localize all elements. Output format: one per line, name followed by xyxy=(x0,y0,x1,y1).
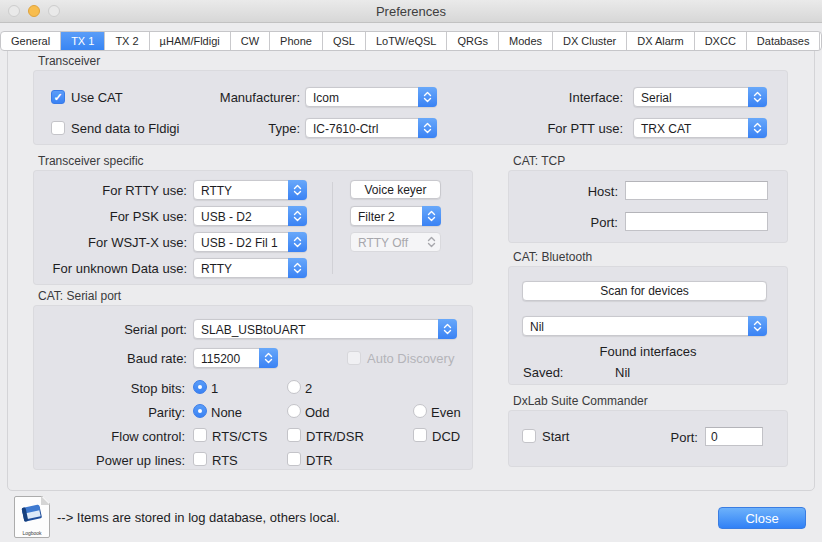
dxlab-port-input[interactable] xyxy=(705,427,763,446)
popup-arrows-icon xyxy=(748,316,767,336)
flow-control-label: Flow control: xyxy=(25,429,185,444)
tab-bar: General TX 1 TX 2 µHAM/Fldigi CW Phone Q… xyxy=(0,31,822,51)
tab-phone[interactable]: Phone xyxy=(269,32,322,50)
transceiver-section-title: Transceiver xyxy=(38,54,100,68)
dxlab-start-checkbox[interactable] xyxy=(522,429,536,443)
voice-keyer-button[interactable]: Voice keyer xyxy=(350,180,441,199)
parity-odd-radio[interactable] xyxy=(287,404,301,418)
power-dtr-checkbox[interactable] xyxy=(287,452,301,466)
auto-discovery-label: Auto Discovery xyxy=(367,351,454,366)
tab-databases[interactable]: Databases xyxy=(746,32,820,50)
tab-general[interactable]: General xyxy=(1,32,60,50)
rtty-off-select: RTTY Off xyxy=(350,232,441,252)
stop-bits-1-label: 1 xyxy=(211,381,218,396)
unknown-data-use-value: RTTY xyxy=(201,262,232,276)
tab-cw[interactable]: CW xyxy=(230,32,269,50)
use-cat-checkbox[interactable]: ✓ xyxy=(51,90,65,104)
host-label: Host: xyxy=(518,184,618,199)
power-up-lines-label: Power up lines: xyxy=(25,453,185,468)
flow-dtr-dsr-label: DTR/DSR xyxy=(306,429,364,444)
psk-use-value: USB - D2 xyxy=(201,210,252,224)
logbook-icon: Logbook xyxy=(14,496,50,538)
serial-port-label: Serial port: xyxy=(27,322,187,337)
close-button[interactable]: Close xyxy=(718,507,806,529)
popup-arrows-icon xyxy=(418,87,437,107)
rtty-use-select[interactable]: RTTY xyxy=(193,180,307,200)
tab-dxcc[interactable]: DXCC xyxy=(694,32,746,50)
tab-dx-cluster[interactable]: DX Cluster xyxy=(552,32,626,50)
psk-use-select[interactable]: USB - D2 xyxy=(193,206,307,226)
filter-select[interactable]: Filter 2 xyxy=(350,206,441,226)
bluetooth-interface-select[interactable]: Nil xyxy=(522,316,767,336)
section-divider xyxy=(332,182,333,274)
stop-bits-2-radio[interactable] xyxy=(287,380,301,394)
window-title: Preferences xyxy=(0,4,822,19)
interface-label: Interface: xyxy=(493,90,623,105)
flow-dtr-dsr-checkbox[interactable] xyxy=(287,428,301,442)
tab-dx-alarm[interactable]: DX Alarm xyxy=(626,32,693,50)
wsjtx-use-value: USB - D2 Fil 1 xyxy=(201,236,278,250)
popup-arrows-icon xyxy=(748,118,767,138)
parity-none-radio[interactable] xyxy=(193,404,207,418)
tcp-port-label: Port: xyxy=(518,215,618,230)
cat-tcp-section-title: CAT: TCP xyxy=(513,154,565,168)
interface-value: Serial xyxy=(641,91,672,105)
stop-bits-1-radio[interactable] xyxy=(193,380,207,394)
manufacturer-select[interactable]: Icom xyxy=(305,87,437,107)
radio-dot xyxy=(198,385,202,389)
flow-rts-cts-label: RTS/CTS xyxy=(212,429,267,444)
parity-label: Parity: xyxy=(25,405,185,420)
serial-port-select[interactable]: SLAB_USBtoUART xyxy=(193,319,457,339)
popup-arrows-icon xyxy=(288,258,307,278)
scan-for-devices-button[interactable]: Scan for devices xyxy=(522,281,767,301)
popup-arrows-icon xyxy=(259,348,278,368)
title-bar: Preferences xyxy=(0,0,822,23)
tab-modes[interactable]: Modes xyxy=(498,32,552,50)
unknown-data-use-select[interactable]: RTTY xyxy=(193,258,307,278)
logbook-icon-caption: Logbook xyxy=(14,530,50,536)
interface-select[interactable]: Serial xyxy=(633,87,767,107)
popup-arrows-icon xyxy=(748,87,767,107)
tab-tx2[interactable]: TX 2 xyxy=(104,32,148,50)
dxlab-port-label: Port: xyxy=(650,430,698,445)
book-glyph xyxy=(19,503,45,529)
ptt-value: TRX CAT xyxy=(641,122,691,136)
wsjtx-use-select[interactable]: USB - D2 Fil 1 xyxy=(193,232,307,252)
popup-arrows-icon xyxy=(438,319,457,339)
send-fldigi-checkbox[interactable] xyxy=(51,121,65,135)
tab-qsl[interactable]: QSL xyxy=(322,32,365,50)
filter-value: Filter 2 xyxy=(358,210,395,224)
bluetooth-interface-value: Nil xyxy=(530,320,544,334)
baud-rate-value: 115200 xyxy=(201,352,240,366)
tab-tx1[interactable]: TX 1 xyxy=(60,32,104,50)
manufacturer-value: Icom xyxy=(313,91,339,105)
power-rts-checkbox[interactable] xyxy=(193,452,207,466)
dxlab-start-label: Start xyxy=(542,429,569,444)
popup-arrows-icon xyxy=(288,180,307,200)
serial-port-value: SLAB_USBtoUART xyxy=(201,323,306,337)
parity-none-label: None xyxy=(211,405,242,420)
flow-dcd-checkbox[interactable] xyxy=(413,428,427,442)
tab-uham-fldigi[interactable]: µHAM/Fldigi xyxy=(149,32,230,50)
power-rts-label: RTS xyxy=(212,453,238,468)
radio-dot xyxy=(198,409,202,413)
ptt-select[interactable]: TRX CAT xyxy=(633,118,767,138)
host-input[interactable] xyxy=(625,181,768,200)
popup-arrows-icon xyxy=(418,118,437,138)
flow-dcd-label: DCD xyxy=(432,429,460,444)
baud-rate-label: Baud rate: xyxy=(27,351,187,366)
flow-rts-cts-checkbox[interactable] xyxy=(193,428,207,442)
popup-arrows-icon xyxy=(288,232,307,252)
popup-arrows-icon xyxy=(422,232,441,252)
type-select[interactable]: IC-7610-Ctrl xyxy=(305,118,437,138)
tab-strip: General TX 1 TX 2 µHAM/Fldigi CW Phone Q… xyxy=(0,31,822,51)
saved-label: Saved: xyxy=(523,365,563,380)
checkmark-icon: ✓ xyxy=(52,91,64,103)
power-dtr-label: DTR xyxy=(306,453,333,468)
baud-rate-select[interactable]: 115200 xyxy=(193,348,278,368)
parity-even-radio[interactable] xyxy=(413,404,427,418)
tab-lotw-eqsl[interactable]: LoTW/eQSL xyxy=(365,32,447,50)
tcp-port-input[interactable] xyxy=(625,212,768,231)
cat-serial-section-title: CAT: Serial port xyxy=(38,289,121,303)
tab-qrgs[interactable]: QRGs xyxy=(446,32,498,50)
